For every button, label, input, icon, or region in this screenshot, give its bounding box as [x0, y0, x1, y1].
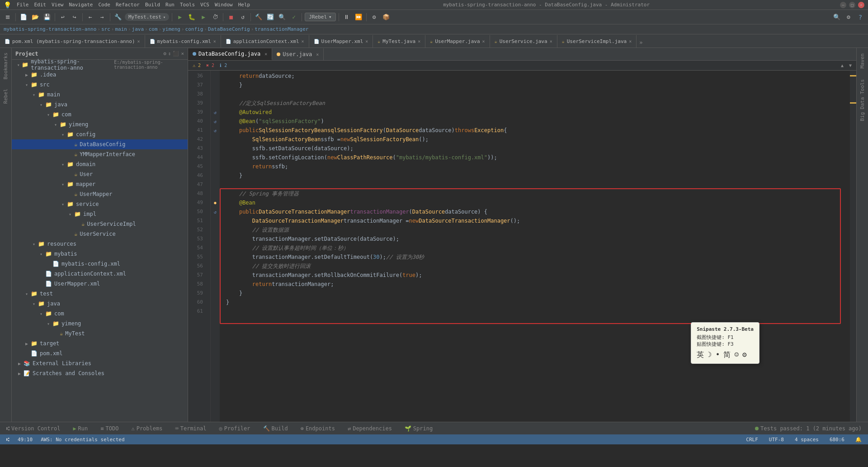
- status-columns[interactable]: 680:6: [827, 437, 847, 443]
- tab-userservice[interactable]: ☕ UserService.java ×: [490, 35, 557, 48]
- sidebar-settings-icon[interactable]: ⚙: [163, 51, 166, 57]
- tab-usermapper-xml-close[interactable]: ×: [365, 39, 368, 44]
- tree-user[interactable]: ☕ User: [12, 169, 188, 179]
- sidebar-expand-icon[interactable]: ⇕: [168, 51, 171, 57]
- tree-test-java[interactable]: ▾ 📁 java: [12, 299, 188, 309]
- right-tab-bigdata[interactable]: Big Data Tools: [858, 74, 867, 127]
- bb-run[interactable]: ▶ Run: [70, 424, 90, 433]
- breadcrumb-file[interactable]: DataBaseConfig: [208, 26, 250, 32]
- breadcrumb-com[interactable]: com: [149, 26, 158, 32]
- tree-mapper[interactable]: ▾ 📁 mapper: [12, 179, 188, 189]
- sync-button[interactable]: 🔄: [265, 12, 275, 22]
- git-icon[interactable]: ⑆: [4, 437, 12, 443]
- left-tab-bookmarks[interactable]: Bookmarks: [1, 48, 10, 84]
- tab-pom-close[interactable]: ×: [137, 39, 140, 44]
- status-line-ending[interactable]: CRLF: [743, 437, 761, 443]
- tree-mybatis-config[interactable]: 📄 mybatis-config.xml: [12, 259, 188, 269]
- coverage-button[interactable]: ▶: [198, 12, 208, 22]
- run-config-dropdown[interactable]: 🔧: [113, 12, 123, 22]
- ed-tab-user[interactable]: User.java ×: [272, 48, 324, 60]
- menu-build[interactable]: Build: [142, 1, 163, 9]
- status-spaces[interactable]: 4 spaces: [792, 437, 821, 443]
- code-area[interactable]: return dataSource; } //定义SqlSessionFacto…: [220, 71, 850, 422]
- debug-button[interactable]: 🐛: [187, 12, 197, 22]
- jrebel-badge[interactable]: JRebel ▾: [305, 13, 335, 21]
- tab-userservice-close[interactable]: ×: [550, 39, 552, 44]
- databaseconfig-tab-close[interactable]: ×: [264, 52, 267, 57]
- status-encoding[interactable]: UTF-8: [766, 437, 787, 443]
- tree-userserviceimpl[interactable]: ☕ UserServiceImpl: [12, 219, 188, 229]
- undo-button[interactable]: ↩: [58, 12, 68, 22]
- bb-dependencies[interactable]: ⇄ Dependencies: [345, 424, 395, 433]
- tree-service[interactable]: ▾ 📁 service: [12, 199, 188, 209]
- tree-test-com[interactable]: ▾ 📁 com: [12, 309, 188, 319]
- tree-databaseconfig[interactable]: ☕ DataBaseConfig: [12, 139, 188, 149]
- menu-navigate[interactable]: Navigate: [66, 1, 96, 9]
- bb-profiler[interactable]: ◎ Profiler: [217, 424, 253, 433]
- bb-spring[interactable]: 🌱 Spring: [402, 424, 435, 433]
- breadcrumb-src[interactable]: src: [101, 26, 110, 32]
- forward-button[interactable]: →: [97, 12, 107, 22]
- tab-mybatis-config-close[interactable]: ×: [213, 39, 216, 44]
- bb-problems[interactable]: ⚠ Problems: [128, 424, 165, 433]
- breadcrumb-yimeng[interactable]: yimeng: [162, 26, 180, 32]
- menu-tools[interactable]: Tools: [177, 1, 198, 9]
- menu-code[interactable]: Code: [95, 1, 113, 9]
- menu-file[interactable]: File: [14, 1, 32, 9]
- sidebar-collapse-icon[interactable]: ⬛: [173, 51, 179, 57]
- tree-userservice[interactable]: ☕ UserService: [12, 229, 188, 239]
- tree-appcontext[interactable]: 📄 applicationContext.xml: [12, 269, 188, 279]
- et-errors[interactable]: ✖ 2: [204, 62, 216, 69]
- search-everywhere-button[interactable]: 🔍: [832, 12, 842, 22]
- tree-java[interactable]: ▾ 📁 java: [12, 100, 188, 110]
- et-warnings[interactable]: ⚠ 2: [191, 62, 203, 69]
- user-tab-close[interactable]: ×: [316, 52, 319, 57]
- menu-refactor[interactable]: Refactor: [113, 1, 142, 9]
- search-btn2[interactable]: 🔍: [277, 12, 287, 22]
- tab-userserviceimpl[interactable]: ☕ UserServiceImpl.java ×: [557, 35, 637, 48]
- bb-terminal[interactable]: ⌨ Terminal: [172, 424, 209, 433]
- open-button[interactable]: 📂: [30, 12, 40, 22]
- more-tools-button[interactable]: ⚙: [369, 12, 379, 22]
- tree-test-yimeng[interactable]: ▾ 📁 yimeng: [12, 319, 188, 329]
- tab-mybatis-config[interactable]: 📄 mybatis-config.xml ×: [145, 35, 221, 48]
- et-expand[interactable]: ▲: [839, 62, 845, 69]
- tree-scratches[interactable]: ▶ 📝 Scratches and Consoles: [12, 368, 188, 378]
- menu-view[interactable]: View: [49, 1, 66, 9]
- editor-content[interactable]: 36 37 38 39 39 40 41 42 43 44 45 46 47 4…: [188, 71, 856, 422]
- tab-usermapper-xml[interactable]: 📄 UserMapper.xml ×: [309, 35, 373, 48]
- redo-button[interactable]: ↪: [70, 12, 80, 22]
- sdk-button[interactable]: 📦: [381, 12, 391, 22]
- status-notifications[interactable]: 🔔: [853, 437, 864, 443]
- tree-src[interactable]: ▾ 📁 src: [12, 80, 188, 90]
- close-button[interactable]: ×: [858, 2, 864, 8]
- breadcrumb-config[interactable]: config: [185, 26, 203, 32]
- tree-ext-libs[interactable]: ▶ 📚 External Libraries: [12, 358, 188, 368]
- status-aws[interactable]: AWS: No credentials selected: [38, 437, 127, 443]
- toolbar-menu-button[interactable]: ≡: [3, 12, 13, 22]
- breadcrumb-main[interactable]: main: [115, 26, 127, 32]
- check-button[interactable]: ✓: [289, 12, 299, 22]
- sidebar-close-icon[interactable]: ×: [181, 51, 184, 57]
- tab-usermapper[interactable]: ☕ UserMapper.java ×: [425, 35, 490, 48]
- tree-target[interactable]: ▶ 📁 target: [12, 338, 188, 348]
- bb-build[interactable]: 🔨 Build: [260, 424, 291, 433]
- et-collapse[interactable]: ▼: [847, 62, 854, 69]
- menu-edit[interactable]: Edit: [32, 1, 49, 9]
- save-button[interactable]: 💾: [42, 12, 52, 22]
- menu-window[interactable]: Window: [212, 1, 236, 9]
- resume-button[interactable]: ⏩: [354, 12, 363, 22]
- tree-idea[interactable]: ▶ 📁 .idea: [12, 70, 188, 80]
- tab-userserviceimpl-close[interactable]: ×: [629, 39, 632, 44]
- tab-appcontext[interactable]: 📄 applicationContext.xml ×: [221, 35, 309, 48]
- menu-help[interactable]: Help: [236, 1, 253, 9]
- tree-usermapper-xml[interactable]: 📄 UserMapper.xml: [12, 279, 188, 289]
- tree-impl[interactable]: ▾ 📁 impl: [12, 209, 188, 219]
- breadcrumb-project[interactable]: mybatis-spring-transaction-anno: [4, 26, 96, 32]
- tab-mytest-close[interactable]: ×: [418, 39, 420, 44]
- tree-domain[interactable]: ▾ 📁 domain: [12, 159, 188, 169]
- tab-usermapper-close[interactable]: ×: [482, 39, 485, 44]
- ed-tab-databaseconfig[interactable]: DataBaseConfig.java ×: [188, 48, 272, 60]
- tree-com[interactable]: ▾ 📁 com: [12, 110, 188, 119]
- tab-appcontext-close[interactable]: ×: [302, 39, 304, 44]
